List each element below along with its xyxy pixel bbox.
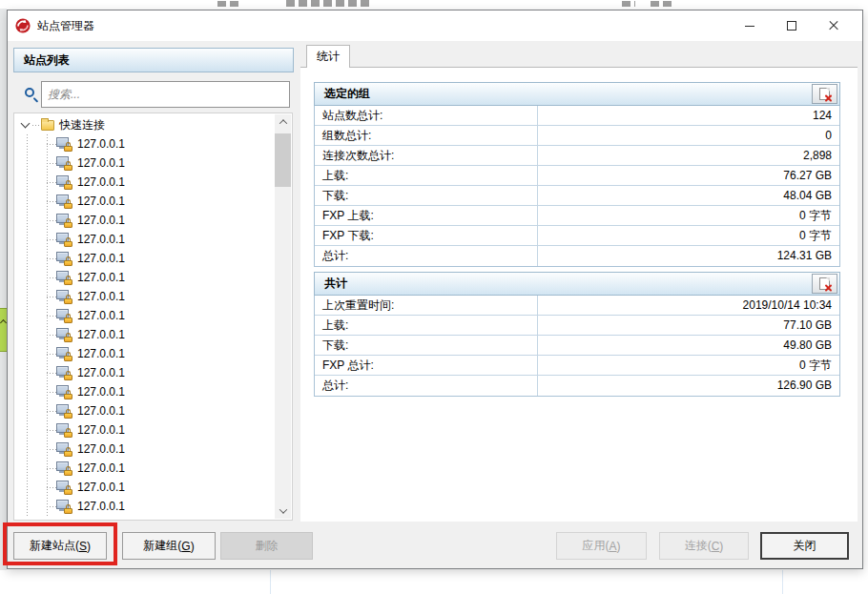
tree-node-site[interactable]: 127.0.0.1 [14,211,292,230]
tree-connector [47,373,56,374]
site-address-label: 127.0.0.1 [77,306,125,325]
new-group-button[interactable]: 新建组(G) [122,532,216,560]
total-group-title: 共计 [324,277,347,290]
maximize-button[interactable] [771,11,813,40]
tree-connector [47,258,56,259]
stat-value: 49.80 GB [537,336,839,355]
apply-button[interactable]: 应用(A) [556,532,647,560]
tree-node-site[interactable]: 127.0.0.1 [14,230,292,249]
close-dialog-button[interactable]: 关闭 [760,532,849,560]
background-edge-tab[interactable] [0,308,7,352]
site-lock-icon [56,155,73,171]
tree-node-site[interactable]: 127.0.0.1 [14,382,292,401]
site-lock-icon [56,441,73,457]
reset-selected-group-stats-button[interactable] [812,84,837,104]
background-window-fragment [286,0,370,7]
site-address-label: 127.0.0.1 [77,268,125,287]
tree-node-site[interactable]: 127.0.0.1 [14,459,292,478]
scroll-up-button[interactable] [275,114,291,130]
tree-node-site[interactable]: 127.0.0.1 [14,344,292,363]
tree-node-site[interactable]: 127.0.0.1 [14,268,292,287]
search-icon [25,88,40,103]
app-icon [15,18,31,33]
site-lock-icon [56,365,73,380]
site-address-label: 127.0.0.1 [77,249,125,268]
stat-value: 0 字节 [537,356,839,375]
background-bottom-strip [0,570,868,594]
selected-group-header: 选定的组 [314,82,840,106]
stat-value: 2019/10/14 10:34 [537,296,839,315]
site-address-label: 127.0.0.1 [77,173,125,192]
tab-statistics[interactable]: 统计 [306,45,350,68]
tree-node-site[interactable]: 127.0.0.1 [14,134,292,154]
tree-connector [47,182,56,183]
tree-node-site[interactable]: 127.0.0.1 [14,249,292,268]
tree-connector [47,201,56,202]
site-address-label: 127.0.0.1 [77,344,125,363]
arrow-up-icon [279,119,286,127]
stat-value: 124.31 GB [537,246,839,266]
stat-row: 上次重置时间: 2019/10/14 10:34 [315,296,839,316]
site-address-label: 127.0.0.1 [77,497,125,516]
background-left-strip [0,9,7,570]
scrollbar-thumb[interactable] [275,133,291,187]
tree-node-site[interactable]: 127.0.0.1 [14,154,292,173]
site-address-label: 127.0.0.1 [77,325,125,344]
connect-button[interactable]: 连接(C) [659,532,749,560]
delete-button[interactable]: 删除 [220,532,313,560]
stat-row: 上载: 77.10 GB [315,316,839,336]
stat-label: 上次重置时间: [315,296,537,315]
stat-row: 总计: 124.31 GB [315,246,839,266]
tree-connector [47,239,56,240]
tree-node-site[interactable]: 127.0.0.1 [14,401,292,420]
tree-node-site[interactable]: 127.0.0.1 [14,440,292,459]
tree-node-site[interactable]: 127.0.0.1 [14,497,292,516]
tree-connector [47,411,56,412]
site-lock-icon [56,289,73,304]
site-address-label: 127.0.0.1 [77,134,125,154]
site-address-label: 127.0.0.1 [77,420,125,440]
tree-node-site[interactable]: 127.0.0.1 [14,325,292,344]
tree-node-site[interactable]: 127.0.0.1 [14,287,292,306]
site-address-label: 127.0.0.1 [77,154,125,173]
tree-node-site[interactable]: 127.0.0.1 [14,478,292,497]
site-lock-icon [56,403,73,419]
stat-label: 下载: [315,336,537,355]
close-button[interactable] [813,11,855,40]
tree-connector [47,354,56,355]
stat-label: FXP 下载: [315,226,537,245]
search-input[interactable] [41,81,290,108]
tree-node-site[interactable]: 127.0.0.1 [14,173,292,192]
stat-row: 总计: 126.90 GB [315,376,839,396]
site-address-label: 127.0.0.1 [77,211,125,230]
stat-label: 站点数总计: [315,106,537,125]
tree-node-site[interactable]: 127.0.0.1 [14,192,292,211]
site-address-label: 127.0.0.1 [77,401,125,420]
tree-connector [47,468,56,469]
minimize-button[interactable] [729,11,771,40]
tree-node-site[interactable]: 127.0.0.1 [14,306,292,325]
chevron-down-icon[interactable] [21,119,31,129]
stat-row: FXP 总计: 0 字节 [315,356,839,376]
new-site-button[interactable]: 新建站点(S) [13,532,107,560]
stat-label: 上载: [315,316,537,335]
titlebar[interactable]: 站点管理器 [8,10,862,41]
tree-node-site[interactable]: 127.0.0.1 [14,363,292,382]
site-lock-icon [56,232,73,247]
reset-total-stats-button[interactable] [812,274,837,294]
minimize-icon [745,26,754,27]
tree-connector [47,392,56,393]
tree-node-quick-connect[interactable]: 快速连接 [14,115,292,134]
stat-row: 组数总计: 0 [315,126,839,146]
tree-node-site[interactable]: 127.0.0.1 [14,420,292,440]
scroll-down-button[interactable] [275,503,291,519]
site-address-label: 127.0.0.1 [77,230,125,249]
site-address-label: 127.0.0.1 [77,363,125,382]
stat-label: FXP 上载: [315,206,537,225]
close-icon [828,20,839,31]
tree-scrollbar[interactable] [275,114,291,519]
stat-row: 上载: 76.27 GB [315,166,839,186]
stat-label: FXP 总计: [315,356,537,375]
site-lock-icon [56,346,73,361]
stat-row: FXP 下载: 0 字节 [315,226,839,246]
